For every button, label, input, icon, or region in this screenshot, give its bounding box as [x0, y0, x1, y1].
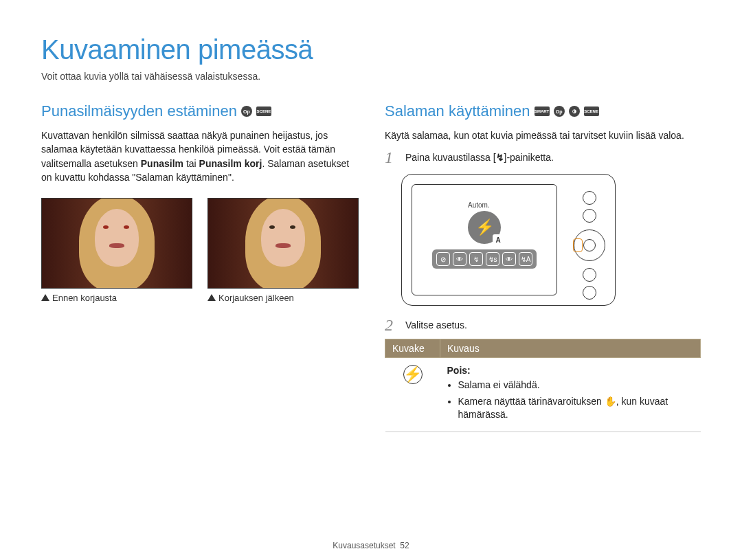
mode-icon-scene: SCENE — [256, 107, 271, 116]
caption-before: Ennen korjausta — [41, 293, 191, 303]
caption-marker-icon — [41, 293, 49, 303]
flash-intro: Käytä salamaa, kun otat kuvia pimeässä t… — [385, 128, 701, 142]
step-1-text: Paina kuvaustilassa [↯]-painiketta. — [405, 152, 701, 163]
table-row: ⚡ Pois: Salama ei välähdä. Kamera näyttä… — [385, 358, 701, 432]
caption-marker-icon — [207, 293, 216, 303]
row-off-bullet-2: Kamera näyttää tärinävaroituksen ✋, kun … — [458, 395, 694, 422]
mode-icon-smart: SMART — [535, 107, 550, 116]
step-1: 1 Paina kuvaustilassa [↯]-painiketta. — [385, 149, 701, 166]
caption-after: Korjauksen jälkeen — [207, 293, 357, 303]
row0-b2-a: Kamera näyttää tärinävaroituksen — [458, 396, 605, 407]
caption-after-text: Korjauksen jälkeen — [218, 293, 294, 303]
step1-a: Paina kuvaustilassa [ — [405, 152, 496, 163]
camera-button-2 — [583, 209, 596, 223]
flash-option-off-icon: ⊘ — [436, 252, 450, 266]
camera-shake-icon: ✋ — [605, 395, 616, 409]
camera-button-3 — [583, 268, 596, 282]
camera-button-1 — [583, 191, 596, 205]
th-desc: Kuvaus — [440, 339, 701, 358]
step-2-number: 2 — [385, 317, 398, 333]
redeye-heading: Punasilmäisyyden estäminen Op SCENE — [41, 102, 357, 120]
redeye-bold-1: Punasilm — [141, 158, 183, 169]
flash-option-redeye-icon: 👁 — [453, 252, 466, 266]
camera-screen: Autom. ⚡ A ⊘ 👁 ↯ ↯s 👁 ↯A — [412, 184, 557, 295]
page-footer: Kuvausasetukset 52 — [333, 541, 409, 550]
flash-option-redeyefix-icon: 👁 — [502, 252, 516, 266]
camera-dpad — [574, 229, 605, 261]
step1-b: ]-painiketta. — [504, 152, 554, 163]
flash-off-icon: ⚡ — [403, 365, 423, 384]
sample-photo-before — [41, 198, 192, 289]
camera-side-buttons — [574, 191, 605, 300]
step-2-text: Valitse asetus. — [405, 320, 701, 331]
page-subtitle: Voit ottaa kuvia yöllä tai vähäisessä va… — [41, 71, 701, 82]
row-desc-off: Pois: Salama ei välähdä. Kamera näyttää … — [440, 358, 701, 432]
sample-photo-after — [207, 198, 359, 289]
redeye-bold-2: Punasilm korj — [199, 158, 262, 169]
step-2: 2 Valitse asetus. — [385, 317, 701, 333]
flash-option-auto-icon: ↯A — [519, 252, 532, 266]
footer-section: Kuvausasetukset — [333, 541, 395, 550]
mode-icon-program: Op — [241, 106, 252, 117]
page-title: Kuvaaminen pimeässä — [41, 34, 701, 65]
redeye-text-b: tai — [183, 158, 199, 169]
flash-mode-strip: ⊘ 👁 ↯ ↯s 👁 ↯A — [432, 249, 537, 269]
flash-button-icon: ↯ — [496, 152, 504, 163]
flash-heading: Salaman käyttäminen SMART Op ◑ SCENE — [385, 102, 701, 120]
redeye-paragraph: Kuvattavan henkilön silmissä saattaa näk… — [41, 128, 357, 184]
camera-dpad-left-highlight — [573, 238, 583, 252]
camera-button-4 — [583, 286, 596, 300]
th-icon: Kuvake — [385, 339, 440, 358]
flash-auto-badge: A — [493, 234, 504, 245]
flash-mode-big-icon: ⚡ A — [468, 211, 501, 244]
redeye-heading-text: Punasilmäisyyden estäminen — [41, 102, 237, 120]
caption-before-text: Ennen korjausta — [52, 293, 117, 303]
flash-heading-text: Salaman käyttäminen — [385, 102, 530, 120]
flash-mode-label: Autom. — [468, 201, 490, 209]
flash-options-table: Kuvake Kuvaus ⚡ Pois: Salama ei välähdä. — [385, 339, 701, 432]
mode-icon-program: Op — [554, 106, 565, 117]
flash-option-slow-icon: ↯s — [486, 252, 499, 266]
row-off-bullet-1: Salama ei välähdä. — [458, 379, 694, 392]
footer-page: 52 — [400, 541, 409, 550]
step-1-number: 1 — [385, 149, 398, 166]
row-title-off: Pois: — [447, 365, 471, 376]
mode-icon-dual: ◑ — [569, 106, 580, 117]
flash-option-fill-icon: ↯ — [469, 252, 483, 266]
camera-illustration: Autom. ⚡ A ⊘ 👁 ↯ ↯s 👁 ↯A — [401, 174, 616, 306]
row-icon-off: ⚡ — [385, 358, 440, 432]
mode-icon-scene: SCENE — [584, 107, 599, 116]
